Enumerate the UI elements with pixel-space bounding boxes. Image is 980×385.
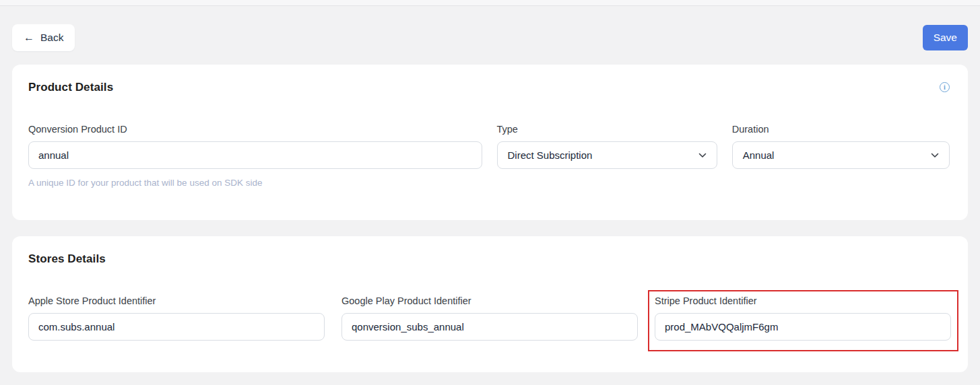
- info-icon[interactable]: i: [940, 82, 950, 92]
- duration-select[interactable]: Annual: [732, 141, 950, 169]
- chevron-down-icon: [931, 153, 939, 158]
- product-details-header: Product Details i: [28, 81, 950, 94]
- stripe-input[interactable]: [655, 313, 951, 341]
- apple-store-field: Apple Store Product Identifier: [28, 295, 325, 341]
- type-select[interactable]: Direct Subscription: [497, 141, 717, 169]
- apple-store-label: Apple Store Product Identifier: [28, 295, 325, 307]
- type-field: Type Direct Subscription: [497, 123, 717, 189]
- stripe-label: Stripe Product Identifier: [655, 295, 951, 307]
- stores-details-title: Stores Details: [28, 252, 106, 266]
- product-id-helper-text: A unique ID for your product that will b…: [28, 177, 482, 189]
- back-button[interactable]: ← Back: [12, 24, 75, 51]
- back-arrow-icon: ←: [24, 32, 34, 43]
- qonversion-product-id-field: Qonversion Product ID A unique ID for yo…: [28, 123, 482, 189]
- qonversion-product-id-input[interactable]: [28, 141, 482, 169]
- duration-select-value: Annual: [743, 149, 775, 161]
- product-details-title: Product Details: [28, 81, 113, 94]
- stores-details-card: Stores Details Apple Store Product Ident…: [12, 236, 968, 372]
- type-select-value: Direct Subscription: [508, 149, 593, 161]
- save-button[interactable]: Save: [923, 25, 968, 50]
- stripe-field: Stripe Product Identifier: [655, 295, 951, 341]
- duration-label: Duration: [732, 123, 950, 135]
- back-button-label: Back: [40, 32, 63, 44]
- type-label: Type: [497, 123, 717, 135]
- product-details-fields: Qonversion Product ID A unique ID for yo…: [28, 123, 950, 189]
- stores-details-fields: Apple Store Product Identifier Google Pl…: [28, 295, 951, 341]
- toolbar: ← Back Save: [12, 24, 968, 51]
- chevron-down-icon: [698, 153, 707, 158]
- google-play-input[interactable]: [341, 313, 638, 341]
- stores-details-header: Stores Details: [28, 252, 951, 266]
- google-play-field: Google Play Product Identifier: [341, 295, 638, 341]
- qonversion-product-id-label: Qonversion Product ID: [28, 123, 482, 135]
- google-play-label: Google Play Product Identifier: [341, 295, 638, 307]
- product-details-card: Product Details i Qonversion Product ID …: [12, 65, 968, 220]
- duration-field: Duration Annual: [732, 123, 950, 189]
- top-divider: [0, 0, 980, 6]
- apple-store-input[interactable]: [28, 313, 325, 341]
